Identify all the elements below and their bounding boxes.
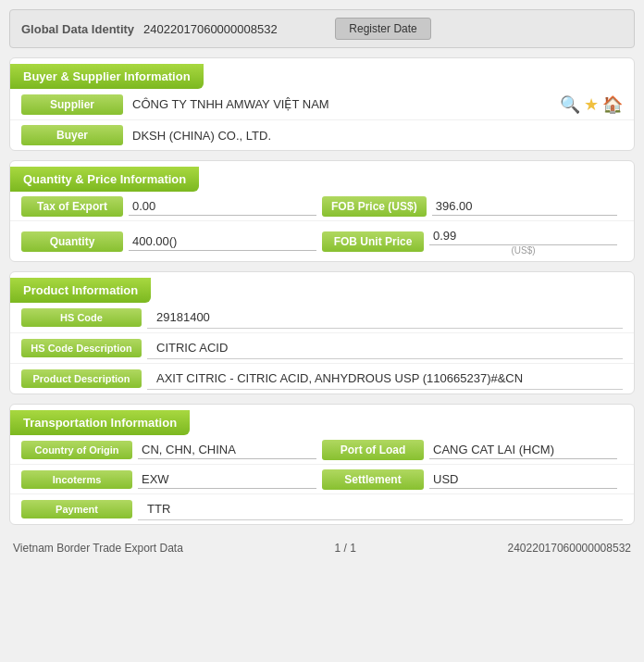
- payment-label: Payment: [21, 500, 132, 518]
- top-bar: Global Data Identity 2402201706000000853…: [9, 9, 635, 48]
- quantity-label: Quantity: [21, 231, 123, 252]
- port-value: CANG CAT LAI (HCM): [429, 441, 617, 459]
- quantity-price-title: Quantity & Price Information: [10, 167, 199, 192]
- incoterms-settlement-row: Incoterms EXW Settlement USD: [10, 465, 634, 494]
- transportation-title: Transportation Information: [10, 410, 190, 435]
- supplier-row: Supplier CÔNG TY TNHH AMWAY VIỆT NAM 🔍 ★…: [10, 89, 634, 120]
- buyer-row: Buyer DKSH (CHINA) CO., LTD.: [10, 120, 634, 150]
- hs-desc-value: CITRIC ACID: [147, 337, 623, 359]
- tax-fob-row: Tax of Export 0.00 FOB Price (US$) 396.0…: [10, 192, 634, 221]
- footer-right: 24022017060000008532: [508, 542, 631, 555]
- incoterms-label: Incoterms: [21, 470, 132, 489]
- fob-unit-value: 0.99: [429, 227, 617, 245]
- supplier-icons: 🔍 ★ 🏠: [560, 94, 623, 115]
- footer: Vietnam Border Trade Export Data 1 / 1 2…: [9, 534, 635, 558]
- buyer-supplier-title: Buyer & Supplier Information: [10, 64, 204, 89]
- settlement-label: Settlement: [322, 469, 424, 490]
- footer-center: 1 / 1: [335, 542, 356, 555]
- quantity-value: 400.00(): [129, 232, 316, 251]
- fob-price-value: 396.00: [432, 197, 617, 216]
- register-date-button[interactable]: Register Date: [335, 18, 430, 40]
- country-value: CN, CHN, CHINA: [138, 441, 316, 459]
- hs-code-value: 29181400: [147, 306, 623, 329]
- hs-code-label: HS Code: [21, 308, 142, 327]
- hs-desc-label: HS Code Description: [21, 339, 142, 357]
- fob-unit-sub: (US$): [429, 245, 617, 256]
- hs-desc-row: HS Code Description CITRIC ACID: [10, 333, 634, 364]
- supplier-label: Supplier: [21, 94, 123, 115]
- global-data-identity-value: 24022017060000008532: [143, 22, 326, 36]
- payment-row: Payment TTR: [10, 494, 634, 524]
- settlement-value: USD: [429, 470, 617, 489]
- product-section: Product Information HS Code 29181400 HS …: [9, 271, 635, 394]
- tax-value: 0.00: [129, 197, 316, 216]
- transportation-section: Transportation Information Country of Or…: [9, 404, 635, 525]
- quantity-price-section: Quantity & Price Information Tax of Expo…: [9, 160, 635, 262]
- quantity-fobunit-row: Quantity 400.00() FOB Unit Price 0.99 (U…: [10, 221, 634, 261]
- incoterms-value: EXW: [138, 470, 316, 489]
- home-icon[interactable]: 🏠: [602, 94, 623, 115]
- search-icon[interactable]: 🔍: [560, 94, 580, 115]
- fob-unit-label: FOB Unit Price: [322, 231, 424, 252]
- buyer-supplier-section: Buyer & Supplier Information Supplier CÔ…: [9, 57, 635, 151]
- footer-left: Vietnam Border Trade Export Data: [13, 542, 183, 555]
- port-label: Port of Load: [322, 440, 424, 460]
- buyer-label: Buyer: [21, 125, 123, 145]
- prod-desc-row: Product Description AXIT CITRIC - CITRIC…: [10, 364, 634, 393]
- hs-code-row: HS Code 29181400: [10, 303, 634, 333]
- prod-desc-value: AXIT CITRIC - CITRIC ACID, ANHYDROUS USP…: [147, 368, 623, 390]
- tax-label: Tax of Export: [21, 196, 123, 217]
- supplier-value: CÔNG TY TNHH AMWAY VIỆT NAM: [123, 94, 560, 115]
- payment-value: TTR: [138, 498, 623, 520]
- country-port-row: Country of Origin CN, CHN, CHINA Port of…: [10, 435, 634, 465]
- buyer-value: DKSH (CHINA) CO., LTD.: [123, 125, 623, 146]
- country-label: Country of Origin: [21, 441, 132, 459]
- product-title: Product Information: [10, 278, 151, 303]
- global-data-identity-label: Global Data Identity: [21, 22, 134, 36]
- fob-price-label: FOB Price (US$): [322, 196, 427, 217]
- prod-desc-label: Product Description: [21, 369, 142, 388]
- star-icon[interactable]: ★: [584, 94, 599, 115]
